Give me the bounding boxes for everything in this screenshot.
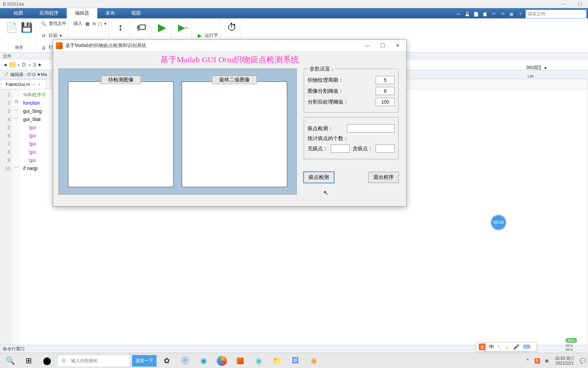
gui-content: 待检测图像 最终二值图像 参数设置： 织物纹理周期： 图像分割阈值：: [59, 68, 401, 195]
count-label: 统计疵点的个数：: [308, 135, 395, 142]
tray-up-icon[interactable]: ⌃: [524, 357, 531, 364]
breadcrumb-d[interactable]: D:: [22, 62, 27, 67]
right-image-box: 最终二值图像: [182, 73, 287, 190]
netspeed-widget[interactable]: 66% 0K/s 0K/s: [566, 338, 585, 352]
texture-row: 织物纹理周期：: [308, 76, 395, 84]
help-icon[interactable]: ?: [517, 10, 524, 18]
tab-view[interactable]: 视图: [123, 8, 149, 18]
gui-maximize-button[interactable]: ☐: [379, 42, 386, 49]
tool-group-file: 📄 💾 保存: [3, 20, 36, 51]
browser-icon[interactable]: [217, 356, 227, 366]
post-input[interactable]: [376, 98, 395, 106]
defect-count-row: 无疵点： 含疵点：: [308, 144, 395, 153]
gutter: ⊟———: [12, 89, 20, 345]
editor-tab-fabricgui[interactable]: FabricGui.m × +: [0, 79, 46, 89]
tab-publish[interactable]: 发布: [97, 8, 123, 18]
detect-button[interactable]: 疵点检测: [304, 172, 334, 183]
compare-icon: ⇄: [40, 32, 47, 39]
matlab-icon: [56, 42, 63, 49]
search-docs[interactable]: 搜索文档: [525, 10, 587, 18]
nav-back[interactable]: ◄: [3, 62, 7, 67]
bookmark-icon[interactable]: 🏷: [134, 20, 148, 34]
folder-icon: [10, 62, 16, 67]
search-button[interactable]: 🔍: [2, 354, 18, 368]
tab-plot[interactable]: 绘图: [5, 8, 31, 18]
new-icon[interactable]: 📄: [5, 20, 18, 34]
run-icon[interactable]: ▶: [155, 20, 169, 34]
app-icon-3[interactable]: ◉: [250, 354, 267, 368]
gui-close-button[interactable]: ✕: [394, 42, 401, 49]
find-files[interactable]: 🔍 查找文件: [40, 20, 66, 27]
goto-icon[interactable]: ↕: [114, 20, 127, 34]
edge-icon[interactable]: ◉: [195, 354, 212, 368]
tray-sogou-icon[interactable]: S: [534, 357, 541, 364]
photos-icon[interactable]: 🖼: [287, 354, 304, 368]
tray-network-icon[interactable]: ⊕: [543, 357, 550, 364]
texture-input[interactable]: [376, 76, 395, 84]
tab-add-icon[interactable]: +: [38, 82, 40, 87]
seg-input[interactable]: [376, 87, 395, 95]
gui-buttons: 疵点检测 退出程序: [304, 172, 399, 183]
tab-app[interactable]: 应用程序: [31, 8, 67, 18]
ie-icon: ⓔ: [58, 358, 70, 364]
copy-icon[interactable]: 📄: [472, 10, 480, 18]
run-advance-icon[interactable]: ▶▸: [176, 20, 190, 34]
section-icon: ▦: [84, 20, 91, 27]
taskbar-clock[interactable]: 15:53 周三 2021/12/1: [553, 356, 576, 366]
ime-punct-icon[interactable]: °,: [497, 344, 501, 350]
line-numbers: 12345678910: [0, 89, 12, 345]
window-controls: — ▢: [555, 0, 588, 7]
breadcrumb-right-fragment: 360期】 ▸: [526, 65, 547, 71]
taskbar-search-input[interactable]: [70, 358, 130, 363]
ime-lang[interactable]: 中: [489, 344, 494, 350]
gui-minimize-button[interactable]: —: [364, 42, 371, 49]
right-image-canvas: [182, 81, 287, 187]
app-title: B R2014a: [3, 1, 24, 7]
taskview-button[interactable]: ⊞: [20, 354, 37, 368]
cut-icon[interactable]: ✂: [455, 10, 462, 18]
tray-notification-icon[interactable]: 💬: [579, 357, 586, 364]
fabric-gui-window: 基于Matlab的织物疵点检测和识别系统 — ☐ ✕ 基于Matlab GUI …: [53, 40, 407, 206]
search-placeholder: 搜索文档: [528, 11, 545, 17]
main-titlebar: B R2014a: [0, 0, 588, 8]
exit-button[interactable]: 退出程序: [368, 172, 399, 183]
ime-toolbar[interactable]: S 中 °, ☺ 🎤 ⌨: [476, 342, 537, 352]
matlab-task-icon[interactable]: [232, 354, 248, 368]
print-icon: 🖨: [40, 44, 47, 50]
ime-emoji-icon[interactable]: ☺: [504, 344, 509, 350]
compare[interactable]: ⇄ 比较 ▾: [40, 32, 62, 39]
save-icon[interactable]: 💾: [20, 20, 33, 34]
taskbar-search[interactable]: ⓔ: [57, 355, 130, 367]
run-section[interactable]: ▶ 运行节: [197, 32, 218, 39]
breadcrumb-3[interactable]: 3 ★: [33, 62, 42, 67]
gui-title: 基于Matlab的织物疵点检测和识别系统: [65, 43, 146, 49]
right-panel-file: i.m: [528, 74, 534, 79]
gui-right-panel: 参数设置： 织物纹理周期： 图像分割阈值： 分割后处理阈值：: [304, 68, 399, 195]
post-label: 分割后处理阈值：: [308, 99, 348, 105]
seg-label: 图像分割阈值：: [308, 88, 343, 94]
app-icon-4[interactable]: ◉: [306, 354, 322, 368]
tab-editor[interactable]: 编辑器: [67, 8, 97, 18]
layers-icon[interactable]: ▣: [508, 10, 515, 18]
obs-icon[interactable]: ⬤: [39, 354, 55, 368]
close-icon[interactable]: ×: [33, 82, 35, 87]
undo-icon[interactable]: ↶: [490, 10, 497, 18]
profiler-icon[interactable]: ⏱: [225, 20, 239, 34]
maximize-button[interactable]: ▢: [572, 0, 588, 7]
app-icon-2[interactable]: ⓔ: [177, 354, 193, 368]
ime-mic-icon[interactable]: 🎤: [513, 344, 520, 350]
folder-task-icon[interactable]: 📁: [269, 354, 285, 368]
paste-icon[interactable]: 📋: [481, 10, 489, 18]
insert[interactable]: 插入 ▦ fx ▢ ▾: [74, 20, 107, 27]
gui-titlebar[interactable]: 基于Matlab的织物疵点检测和识别系统 — ☐ ✕: [53, 40, 406, 51]
save-icon[interactable]: 💾: [463, 10, 471, 18]
app-icon-1[interactable]: ✿: [159, 354, 175, 368]
redo-icon[interactable]: ↷: [499, 10, 506, 18]
params-fieldset: 参数设置： 织物纹理周期： 图像分割阈值： 分割后处理阈值：: [304, 68, 399, 113]
sogou-icon: S: [479, 343, 486, 350]
taskbar-search-button[interactable]: 搜索一下: [132, 355, 157, 367]
gui-body: 基于Matlab GUI Otsu织物疵点检测系统 待检测图像 最终二值图像 参…: [53, 51, 406, 206]
minimize-button[interactable]: —: [555, 0, 572, 7]
ime-keyboard-icon[interactable]: ⌨: [523, 344, 530, 350]
detect-row: 疵点检测：: [308, 124, 395, 133]
